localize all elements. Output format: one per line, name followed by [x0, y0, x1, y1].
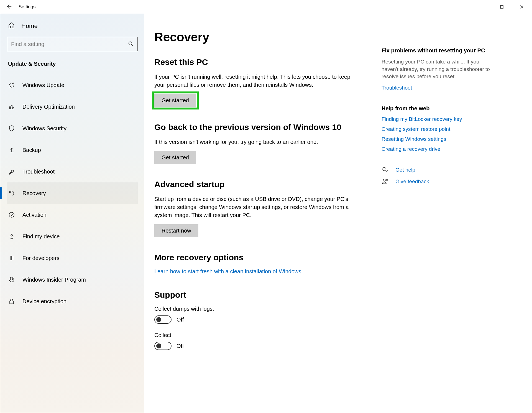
- sidebar-item-label: Windows Insider Program: [22, 277, 86, 283]
- close-button[interactable]: [512, 0, 532, 14]
- svg-rect-6: [10, 301, 14, 304]
- web-link-reset-settings[interactable]: Resetting Windows settings: [382, 136, 492, 142]
- sidebar-item-delivery-optimization[interactable]: Delivery Optimization: [7, 96, 138, 118]
- refresh-icon: [8, 82, 15, 88]
- dumps-state: Off: [177, 317, 184, 323]
- troubleshoot-link[interactable]: Troubleshoot: [382, 85, 492, 91]
- aside: Fix problems without resetting your PC R…: [382, 30, 492, 413]
- svg-point-7: [383, 167, 386, 171]
- svg-point-2: [9, 212, 14, 217]
- maximize-button[interactable]: [492, 0, 512, 14]
- sidebar-item-label: Device encryption: [22, 298, 66, 305]
- search-input[interactable]: [11, 41, 128, 47]
- feedback-icon: [382, 178, 389, 185]
- search-icon: [128, 41, 134, 47]
- help-icon: [382, 167, 389, 173]
- page-title: Recovery: [154, 30, 357, 44]
- support-heading: Support: [154, 290, 357, 300]
- give-feedback-link[interactable]: Give feedback: [395, 179, 429, 185]
- sidebar: Home Update & Security Windows Update De…: [0, 14, 144, 413]
- sidebar-item-label: Windows Update: [22, 82, 64, 88]
- back-icon[interactable]: [6, 4, 12, 11]
- svg-rect-0: [500, 6, 503, 8]
- sidebar-item-device-encryption[interactable]: Device encryption: [7, 290, 138, 312]
- minimize-button[interactable]: [472, 0, 492, 14]
- dumps-label: Collect dumps with logs.: [154, 306, 357, 312]
- sidebar-item-windows-insider[interactable]: Windows Insider Program: [7, 269, 138, 290]
- fix-description: Resetting your PC can take a while. If y…: [382, 58, 492, 80]
- svg-point-8: [383, 179, 385, 181]
- sidebar-item-troubleshoot[interactable]: Troubleshoot: [7, 161, 138, 182]
- sidebar-item-recovery[interactable]: Recovery: [7, 182, 138, 204]
- shield-icon: [8, 125, 15, 132]
- sidebar-item-find-my-device[interactable]: Find my device: [7, 226, 138, 247]
- svg-point-4: [10, 279, 11, 280]
- sidebar-item-windows-update[interactable]: Windows Update: [7, 74, 138, 96]
- lock-icon: [8, 298, 15, 305]
- sidebar-item-activation[interactable]: Activation: [7, 204, 138, 226]
- web-help-heading: Help from the web: [382, 105, 492, 112]
- sidebar-item-label: Windows Security: [22, 125, 66, 132]
- developers-icon: [8, 255, 15, 261]
- recovery-icon: [8, 190, 15, 197]
- main-content: Recovery Reset this PC If your PC isn't …: [154, 30, 357, 413]
- window-title: Settings: [19, 4, 35, 10]
- sidebar-item-for-developers[interactable]: For developers: [7, 247, 138, 269]
- advanced-heading: Advanced startup: [154, 180, 357, 189]
- more-heading: More recovery options: [154, 253, 357, 262]
- sidebar-item-label: For developers: [22, 255, 59, 261]
- sidebar-home[interactable]: Home: [7, 22, 138, 30]
- sidebar-item-label: Activation: [22, 212, 47, 218]
- sidebar-home-label: Home: [21, 22, 38, 30]
- sidebar-item-backup[interactable]: Backup: [7, 139, 138, 161]
- restart-now-button[interactable]: Restart now: [154, 224, 198, 237]
- insider-icon: [8, 276, 15, 283]
- svg-point-5: [12, 279, 13, 280]
- web-link-restore-point[interactable]: Creating system restore point: [382, 126, 492, 132]
- delivery-icon: [8, 103, 15, 110]
- check-icon: [8, 211, 15, 218]
- goback-description: If this version isn't working for you, t…: [154, 138, 354, 146]
- advanced-description: Start up from a device or disc (such as …: [154, 195, 354, 219]
- collect-label: Collect: [154, 332, 357, 338]
- svg-rect-9: [386, 179, 388, 181]
- web-link-bitlocker[interactable]: Finding my BitLocker recovery key: [382, 116, 492, 122]
- goback-heading: Go back to the previous version of Windo…: [154, 123, 357, 132]
- web-link-recovery-drive[interactable]: Creating a recovery drive: [382, 146, 492, 152]
- sidebar-item-label: Troubleshoot: [22, 169, 55, 175]
- collect-toggle[interactable]: [154, 342, 172, 350]
- dumps-toggle[interactable]: [154, 315, 172, 324]
- home-icon: [8, 22, 15, 30]
- reset-heading: Reset this PC: [154, 57, 357, 67]
- titlebar: Settings: [0, 0, 532, 14]
- reset-description: If your PC isn't running well, resetting…: [154, 73, 354, 89]
- fix-heading: Fix problems without resetting your PC: [382, 47, 492, 54]
- sidebar-item-windows-security[interactable]: Windows Security: [7, 118, 138, 139]
- collect-state: Off: [177, 343, 184, 349]
- search-box[interactable]: [7, 37, 138, 51]
- backup-icon: [8, 147, 15, 153]
- sidebar-item-label: Backup: [22, 147, 41, 153]
- reset-get-started-button[interactable]: Get started: [154, 94, 196, 107]
- more-link[interactable]: Learn how to start fresh with a clean in…: [154, 268, 301, 275]
- svg-point-3: [11, 234, 12, 236]
- goback-get-started-button[interactable]: Get started: [154, 151, 196, 164]
- location-icon: [8, 233, 15, 240]
- wrench-icon: [8, 168, 15, 175]
- svg-point-1: [129, 42, 132, 45]
- sidebar-item-label: Recovery: [22, 190, 46, 197]
- get-help-link[interactable]: Get help: [395, 167, 415, 173]
- sidebar-item-label: Find my device: [22, 233, 60, 240]
- sidebar-item-label: Delivery Optimization: [22, 104, 75, 110]
- sidebar-section-title: Update & Security: [7, 61, 138, 67]
